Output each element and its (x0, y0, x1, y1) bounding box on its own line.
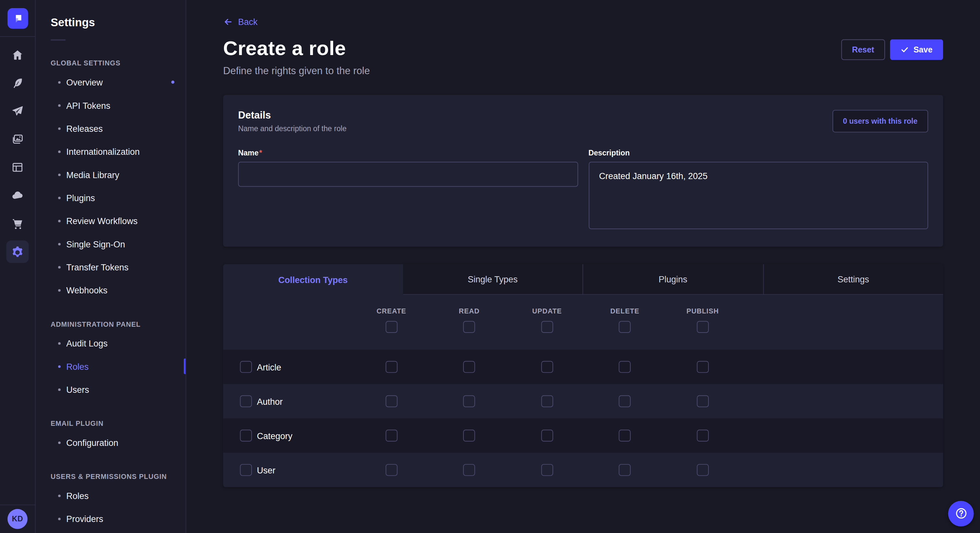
sidebar-item-media-library[interactable]: Media Library (36, 163, 186, 186)
nav-section-header: ADMINISTRATION PANEL (51, 320, 170, 328)
article-delete-checkbox[interactable] (619, 361, 631, 373)
bullet-icon (58, 81, 60, 84)
bullet-icon (58, 243, 60, 245)
sidebar-item-providers[interactable]: Providers (36, 507, 186, 530)
layout-icon[interactable] (6, 156, 29, 178)
article-publish-checkbox[interactable] (697, 361, 709, 373)
sidebar-item-configuration[interactable]: Configuration (36, 431, 186, 454)
sidebar-item-roles[interactable]: Roles (36, 484, 186, 507)
required-asterisk: * (259, 149, 262, 157)
cart-icon[interactable] (6, 213, 29, 235)
users-with-role-button[interactable]: 0 users with this role (832, 110, 928, 132)
select-all-read-checkbox[interactable] (463, 321, 476, 333)
category-delete-checkbox[interactable] (619, 430, 631, 442)
category-row-checkbox[interactable] (240, 430, 252, 442)
bullet-icon (58, 494, 60, 497)
bullet-icon (58, 441, 60, 444)
author-update-checkbox[interactable] (541, 395, 553, 408)
cloud-icon[interactable] (6, 184, 29, 206)
tab-plugins[interactable]: Plugins (582, 264, 762, 295)
permission-cell (508, 361, 586, 373)
author-read-checkbox[interactable] (463, 395, 476, 408)
author-row-checkbox[interactable] (240, 395, 252, 408)
article-create-checkbox[interactable] (385, 361, 397, 373)
sidebar-item-api-tokens[interactable]: API Tokens (36, 94, 186, 117)
gear-icon[interactable] (6, 240, 29, 263)
permission-cell (353, 395, 430, 408)
select-all-create-checkbox[interactable] (385, 321, 397, 333)
sidebar-item-label: Plugins (66, 193, 95, 203)
sidebar-item-label: Review Workflows (66, 216, 137, 226)
permission-cell (508, 430, 586, 442)
strapi-logo-icon[interactable] (7, 8, 28, 29)
select-all-update-checkbox[interactable] (541, 321, 553, 333)
permission-cell (430, 361, 508, 373)
row-name-cell: Category (223, 430, 352, 442)
user-delete-checkbox[interactable] (619, 464, 631, 476)
sidebar-item-audit-logs[interactable]: Audit Logs (36, 332, 186, 355)
sidebar-item-plugins[interactable]: Plugins (36, 186, 186, 209)
save-button[interactable]: Save (890, 39, 943, 60)
author-create-checkbox[interactable] (385, 395, 397, 408)
sidebar-item-releases[interactable]: Releases (36, 117, 186, 140)
icon-rail: KD (0, 0, 36, 533)
nav-item-list: RolesProviders (36, 484, 186, 530)
tab-settings[interactable]: Settings (763, 264, 943, 295)
row-name-cell: Article (223, 361, 352, 373)
user-publish-checkbox[interactable] (697, 464, 709, 476)
main-content: Back Create a role Define the rights giv… (186, 0, 980, 533)
permission-cell (430, 430, 508, 442)
sidebar-item-label: Transfer Tokens (66, 262, 128, 272)
subnav-sections: GLOBAL SETTINGSOverviewAPI TokensRelease… (36, 59, 186, 530)
permission-cell (353, 361, 430, 373)
row-label: Category (257, 431, 293, 441)
paper-plane-icon[interactable] (6, 100, 29, 122)
media-library-icon[interactable] (6, 128, 29, 150)
row-name-cell: User (223, 464, 352, 476)
category-read-checkbox[interactable] (463, 430, 476, 442)
article-read-checkbox[interactable] (463, 361, 476, 373)
permission-cell (586, 361, 664, 373)
sidebar-item-single-sign-on[interactable]: Single Sign-On (36, 232, 186, 255)
select-all-delete-checkbox[interactable] (619, 321, 631, 333)
feather-icon[interactable] (6, 72, 29, 94)
bullet-icon (58, 173, 60, 176)
sidebar-item-overview[interactable]: Overview (36, 71, 186, 94)
author-publish-checkbox[interactable] (697, 395, 709, 408)
sidebar-item-roles[interactable]: Roles (36, 355, 186, 378)
sidebar-item-transfer-tokens[interactable]: Transfer Tokens (36, 255, 186, 279)
sidebar-item-webhooks[interactable]: Webhooks (36, 279, 186, 301)
help-button[interactable] (948, 501, 974, 526)
tab-collection-types[interactable]: Collection Types (223, 264, 402, 295)
column-header-label: UPDATE (508, 307, 586, 315)
bullet-icon (58, 342, 60, 344)
sidebar-item-review-workflows[interactable]: Review Workflows (36, 209, 186, 232)
user-update-checkbox[interactable] (541, 464, 553, 476)
sidebar-item-label: Configuration (66, 438, 118, 447)
bullet-icon (58, 104, 60, 106)
reset-button[interactable]: Reset (841, 39, 885, 60)
user-create-checkbox[interactable] (385, 464, 397, 476)
sidebar-item-internationalization[interactable]: Internationalization (36, 140, 186, 163)
description-label: Description (589, 149, 928, 157)
name-input[interactable] (238, 162, 578, 187)
category-publish-checkbox[interactable] (697, 430, 709, 442)
tab-single-types[interactable]: Single Types (403, 264, 582, 295)
article-row-checkbox[interactable] (240, 361, 252, 373)
user-row-checkbox[interactable] (240, 464, 252, 476)
header-actions: Reset Save (841, 39, 943, 77)
author-delete-checkbox[interactable] (619, 395, 631, 408)
user-read-checkbox[interactable] (463, 464, 476, 476)
permission-cell (664, 395, 741, 408)
details-title: Details (238, 110, 347, 121)
user-avatar[interactable]: KD (8, 509, 27, 529)
home-icon[interactable] (6, 44, 29, 66)
sidebar-item-users[interactable]: Users (36, 378, 186, 401)
description-textarea[interactable]: Created January 16th, 2025 (589, 162, 928, 229)
sidebar-item-label: Media Library (66, 170, 119, 180)
select-all-publish-checkbox[interactable] (697, 321, 709, 333)
back-link[interactable]: Back (223, 17, 257, 27)
category-update-checkbox[interactable] (541, 430, 553, 442)
category-create-checkbox[interactable] (385, 430, 397, 442)
article-update-checkbox[interactable] (541, 361, 553, 373)
